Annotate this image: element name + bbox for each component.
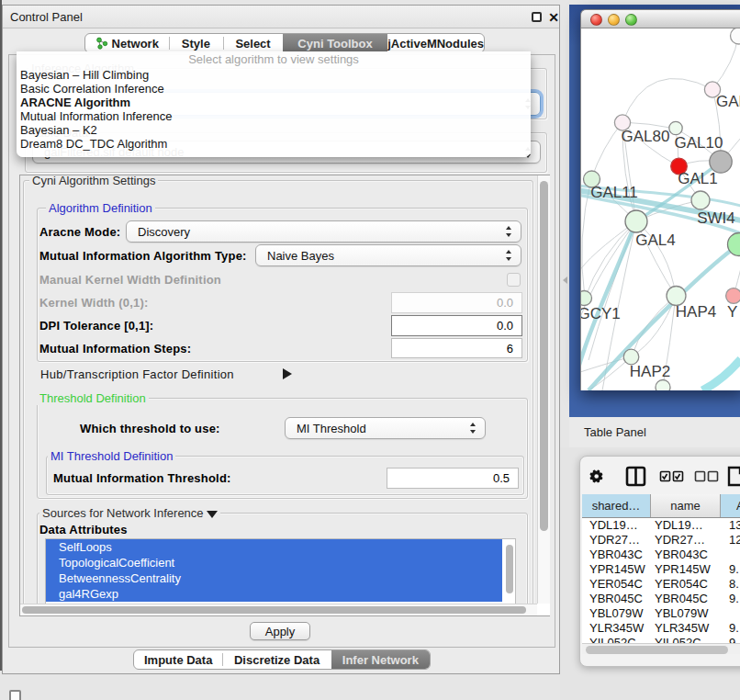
table-hscrollbar[interactable] xyxy=(582,643,740,654)
tab-select[interactable]: Select xyxy=(223,34,283,52)
table-row[interactable]: YDR27…YDR27…12 xyxy=(582,533,740,548)
table-cell: 9. xyxy=(721,636,740,643)
manual-kernel-checkbox[interactable] xyxy=(507,273,521,287)
network-canvas[interactable]: GALGAL80GAL10GAL1SWI4GAL11GAL4HAP4YGCY1H… xyxy=(580,28,740,390)
gear-icon[interactable] xyxy=(590,470,603,483)
data-attributes-label: Data Attributes xyxy=(39,523,128,536)
algorithm-dropdown-placeholder: Select algorithm to view settings xyxy=(17,51,531,68)
network-window-titlebar xyxy=(580,9,740,28)
mi-threshold-field[interactable]: 0.5 xyxy=(387,468,519,489)
attribute-item[interactable]: gal4RGexp xyxy=(46,586,502,602)
table-row[interactable]: YBR045CYBR045C9. xyxy=(582,592,740,606)
select-all-icon[interactable] xyxy=(661,472,683,481)
control-panel-titlebar: Control Panel ✕ xyxy=(3,6,559,28)
hub-definition-label[interactable]: Hub/Transcription Factor Definition xyxy=(40,367,234,381)
aracne-mode-combo[interactable]: Discovery xyxy=(126,220,521,243)
combo-arrows-icon xyxy=(505,249,513,262)
tab-jactivemnodules[interactable]: jActiveMNodules xyxy=(387,34,484,52)
zoom-traffic-light[interactable] xyxy=(625,14,637,26)
settings-hscrollbar[interactable] xyxy=(20,604,537,615)
network-node-label: HAP2 xyxy=(630,363,670,380)
mi-steps-field[interactable]: 6 xyxy=(391,338,522,358)
tab-infer-network[interactable]: Infer Network xyxy=(331,650,430,669)
minimize-traffic-light[interactable] xyxy=(608,14,620,26)
tab-label: Style xyxy=(182,37,210,51)
table-cell: YBL079W xyxy=(651,606,721,621)
network-node-gal10[interactable] xyxy=(669,121,682,134)
tab-discretize-data[interactable]: Discretize Data xyxy=(222,650,331,669)
table-row[interactable]: YDL19…YDL19…13 xyxy=(582,518,740,533)
network-node-gal4[interactable] xyxy=(625,210,647,232)
scrollbar-corner xyxy=(537,604,550,615)
network-node[interactable] xyxy=(656,380,670,391)
apply-button[interactable]: Apply xyxy=(250,622,310,640)
attribute-item[interactable]: BetweennessCentrality xyxy=(46,570,502,586)
dpi-tolerance-label: DPI Tolerance [0,1]: xyxy=(39,319,153,333)
algorithm-option[interactable]: Bayesian – Hill Climbing xyxy=(17,68,531,82)
list-scrollbar-thumb[interactable] xyxy=(506,545,513,593)
collapse-down-icon[interactable] xyxy=(207,511,218,518)
splitter-collapse-icon[interactable] xyxy=(563,277,567,284)
table-hscrollbar-thumb[interactable] xyxy=(586,646,728,654)
float-window-icon[interactable] xyxy=(532,12,542,22)
deselect-all-icon[interactable] xyxy=(696,472,718,481)
table-cell: 9. xyxy=(721,621,740,636)
column-header[interactable]: A xyxy=(721,494,740,517)
column-header[interactable]: shared… xyxy=(582,494,651,517)
settings-hscrollbar-thumb[interactable] xyxy=(22,606,526,614)
table-cell: YDR27… xyxy=(651,533,721,548)
which-threshold-label: Which threshold to use: xyxy=(80,422,220,435)
table-panel-titlebar: Table Panel xyxy=(569,417,740,447)
expand-right-icon[interactable] xyxy=(283,368,292,379)
algorithm-definition-title: Algorithm Definition xyxy=(46,201,155,215)
dpi-tolerance-field[interactable]: 0.0 xyxy=(391,315,522,336)
network-edge[interactable] xyxy=(712,36,738,89)
table-row[interactable]: YPR145WYPR145W9. xyxy=(582,562,740,577)
table-row[interactable]: YER054CYER054C8. xyxy=(582,577,740,592)
network-node-gcy1[interactable] xyxy=(581,291,592,306)
algorithm-option[interactable]: Mutual Information Inference xyxy=(17,109,531,123)
table-row[interactable]: YLR345WYLR345W9. xyxy=(582,621,740,636)
which-threshold-combo[interactable]: MI Threshold xyxy=(285,417,486,439)
attribute-item[interactable]: TopologicalCoefficient xyxy=(46,555,502,570)
table-row[interactable]: YIL052CYIL052C9. xyxy=(582,636,740,643)
network-node-y[interactable] xyxy=(726,288,740,304)
table-toolbar xyxy=(580,457,740,494)
kernel-width-field[interactable]: 0.0 xyxy=(391,292,522,313)
algorithm-option[interactable]: Dream8 DC_TDC Algorithm xyxy=(17,137,531,151)
table-cell: YPR145W xyxy=(582,562,651,577)
tab-network[interactable]: Network xyxy=(85,34,169,52)
aracne-mode-value: Discovery xyxy=(138,221,190,242)
algorithm-option[interactable]: Bayesian – K2 xyxy=(17,123,531,137)
document-icon[interactable] xyxy=(729,468,740,485)
network-node-swi4[interactable] xyxy=(691,191,710,209)
attribute-item[interactable]: SelfLoops xyxy=(46,539,502,555)
close-icon[interactable]: ✕ xyxy=(547,9,560,26)
column-header[interactable]: name xyxy=(651,494,721,517)
network-node[interactable] xyxy=(731,28,740,44)
table-row[interactable]: YBL079WYBL079W xyxy=(582,606,740,621)
network-graph-svg: GALGAL80GAL10GAL1SWI4GAL11GAL4HAP4YGCY1H… xyxy=(581,28,740,390)
aracne-mode-label: Aracne Mode: xyxy=(39,225,120,239)
close-traffic-light[interactable] xyxy=(590,14,602,26)
tab-cyni-toolbox[interactable]: Cyni Toolbox xyxy=(283,34,387,52)
network-edge[interactable] xyxy=(622,78,712,122)
algorithm-option[interactable]: Basic Correlation Inference xyxy=(17,82,531,96)
tab-style[interactable]: Style xyxy=(169,34,224,52)
table-cell xyxy=(721,548,740,562)
network-edge[interactable] xyxy=(591,122,622,179)
control-panel-title: Control Panel xyxy=(10,6,83,28)
network-node[interactable] xyxy=(710,151,732,173)
algorithm-option[interactable]: ARACNE Algorithm xyxy=(17,96,531,109)
data-attributes-list[interactable]: SelfLoopsTopologicalCoefficientBetweenne… xyxy=(45,538,516,604)
table-row[interactable]: YBR043CYBR043C xyxy=(582,548,740,562)
split-columns-icon[interactable] xyxy=(627,468,645,485)
settings-vscrollbar-thumb[interactable] xyxy=(540,181,548,531)
network-edge-highlighted[interactable] xyxy=(702,359,740,390)
sources-group-title: Sources for Network Inference xyxy=(39,506,220,520)
settings-vscrollbar[interactable] xyxy=(537,175,550,604)
tab-impute-data[interactable]: Impute Data xyxy=(134,650,222,669)
table-cell: 12 xyxy=(721,533,740,548)
table-cell: YBL079W xyxy=(582,606,651,621)
mi-type-combo[interactable]: Naive Bayes xyxy=(255,244,521,266)
